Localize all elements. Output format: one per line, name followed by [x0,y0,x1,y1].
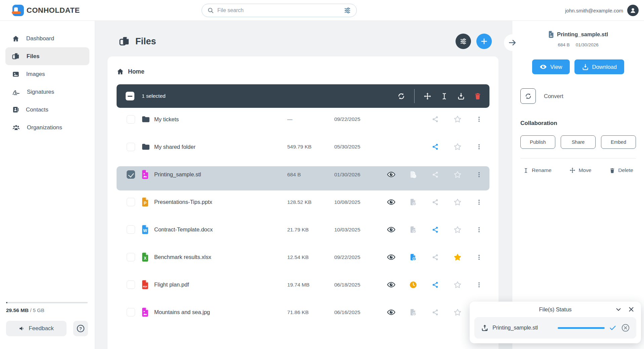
row-menu-button[interactable] [476,254,482,261]
approval-status-button[interactable] [409,253,417,261]
move-selected-button[interactable] [424,92,431,100]
sidebar-item-images[interactable]: Images [5,65,89,83]
file-search[interactable] [202,4,357,17]
share-icon [432,143,439,150]
breadcrumb[interactable]: Home [117,63,489,80]
sidebar-item-dashboard[interactable]: Dashboard [5,30,89,47]
row-menu-button[interactable] [476,116,482,123]
rename-button[interactable]: Rename [523,167,552,173]
preview-button[interactable] [387,198,395,206]
share-button[interactable] [432,281,439,289]
preview-button[interactable] [387,253,395,261]
clock-icon [409,281,417,289]
share-button[interactable] [432,171,439,178]
share-button[interactable] [432,199,439,206]
file-row[interactable]: My shared folder 549.79 KB 05/30/2025 [117,139,489,163]
file-row[interactable]: W Contract-Template.docx 21.79 KB 10/03/… [117,221,489,246]
download-button[interactable]: Download [574,59,624,74]
brand-logo[interactable]: CONHOLDATE [12,5,80,16]
row-menu-button[interactable] [476,143,482,150]
favorite-button[interactable] [454,308,462,316]
kebab-menu-icon [476,171,482,178]
row-checkbox[interactable] [127,170,135,179]
preview-button[interactable] [387,225,395,234]
folder-icon [141,143,150,151]
close-popup-button[interactable] [628,306,635,313]
favorite-button[interactable] [454,253,462,261]
file-name: Contract-Template.docx [154,226,287,233]
preview-button[interactable] [387,308,395,316]
select-all-checkbox[interactable] [126,92,134,100]
favorite-button[interactable] [454,143,462,151]
favorite-button[interactable] [454,198,462,206]
row-checkbox[interactable] [127,280,135,289]
collaboration-title: Collaboration [520,120,636,127]
convert-button[interactable] [520,88,536,104]
pending-status-button[interactable] [409,281,417,289]
file-row[interactable]: Printing_sample.stl 684 B 01/30/2026 [117,166,489,190]
view-settings-button[interactable] [456,34,471,49]
share-button[interactable] [432,254,439,261]
row-checkbox[interactable] [127,225,135,234]
sidebar-item-organizations[interactable]: Organizations [5,119,89,136]
row-menu-button[interactable] [476,199,482,206]
share-icon [432,254,439,261]
collapse-panel-button[interactable] [504,34,521,51]
row-checkbox[interactable] [127,115,135,124]
favorite-button[interactable] [454,115,462,123]
preview-button[interactable] [387,170,395,179]
user-avatar[interactable] [627,5,639,16]
row-checkbox[interactable] [127,198,135,206]
view-label: View [550,64,562,70]
move-button[interactable]: Move [569,167,591,173]
file-row[interactable]: My tickets — 09/22/2025 [117,111,489,135]
file-row[interactable]: P Presentations-Tips.pptx 128.52 KB 10/0… [117,194,489,218]
delete-selected-button[interactable] [474,92,481,100]
add-file-button[interactable] [476,34,492,49]
share-button[interactable]: Share [561,135,596,149]
share-button[interactable] [432,143,439,150]
convert-selected-button[interactable] [397,92,405,100]
selected-file-date: 01/30/2026 [576,42,599,47]
help-button[interactable]: ? [73,321,88,336]
file-row[interactable]: PDF Flight plan.pdf 19.74 MB 06/18/2025 [117,276,489,301]
file-row[interactable]: X Benchmark results.xlsx 12.54 KB 09/22/… [117,249,489,273]
file-list: My tickets — 09/22/2025 [117,111,489,328]
view-button[interactable]: View [532,59,569,74]
approval-status-button[interactable] [409,308,417,316]
row-menu-button[interactable] [476,281,482,289]
approval-status-button[interactable] [409,171,417,179]
share-button[interactable] [432,226,439,233]
share-button[interactable] [432,116,439,123]
preview-button[interactable] [387,280,395,289]
row-checkbox[interactable] [127,143,135,151]
minimize-popup-button[interactable] [615,306,622,313]
favorite-button[interactable] [454,226,462,234]
sidebar-item-contacts[interactable]: Contacts [5,101,89,119]
embed-button[interactable]: Embed [601,135,636,149]
favorite-button[interactable] [454,171,462,179]
row-checkbox[interactable] [127,253,135,261]
eye-icon [540,63,547,71]
sidebar-item-files[interactable]: Files [5,47,89,65]
row-menu-button[interactable] [476,226,482,233]
publish-button[interactable]: Publish [520,135,555,149]
feedback-button[interactable]: Feedback [6,321,67,336]
cancel-upload-button[interactable] [621,323,630,333]
rename-selected-button[interactable] [440,92,448,100]
approval-status-button[interactable] [409,226,417,234]
approval-status-button[interactable] [409,198,417,206]
search-filter-icon[interactable] [344,7,351,14]
row-menu-button[interactable] [476,171,482,178]
svg-text:W: W [143,228,147,233]
chevron-down-icon [615,306,622,313]
sidebar-item-signatures[interactable]: Signatures [5,83,89,101]
search-input[interactable] [217,7,340,13]
favorite-button[interactable] [454,281,462,289]
user-email: john.smith@example.com [565,8,623,13]
share-button[interactable] [432,309,439,316]
row-checkbox[interactable] [127,308,135,316]
delete-button[interactable]: Delete [609,167,633,173]
download-selected-button[interactable] [457,92,465,100]
file-row[interactable]: Mountains and sea.jpg 71.86 KB 06/16/202… [117,304,489,328]
